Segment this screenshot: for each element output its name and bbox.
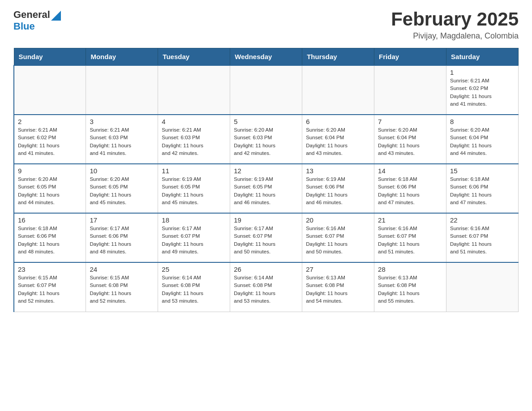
day-info: Sunrise: 6:21 AM Sunset: 6:03 PM Dayligh…	[162, 126, 226, 157]
logo-blue-text: Blue	[13, 21, 35, 32]
calendar-cell: 28Sunrise: 6:13 AM Sunset: 6:08 PM Dayli…	[374, 262, 446, 312]
day-number: 6	[306, 118, 370, 125]
calendar-cell: 22Sunrise: 6:16 AM Sunset: 6:07 PM Dayli…	[446, 213, 519, 262]
logo: General Blue	[13, 9, 61, 32]
day-number: 21	[378, 216, 442, 224]
calendar-cell	[230, 65, 302, 115]
day-info: Sunrise: 6:14 AM Sunset: 6:08 PM Dayligh…	[162, 274, 226, 305]
day-info: Sunrise: 6:21 AM Sunset: 6:02 PM Dayligh…	[18, 126, 82, 157]
header-right: February 2025 Pivijay, Magdalena, Colomb…	[391, 9, 519, 41]
calendar-week-row: 16Sunrise: 6:18 AM Sunset: 6:06 PM Dayli…	[14, 213, 519, 262]
day-info: Sunrise: 6:16 AM Sunset: 6:07 PM Dayligh…	[378, 225, 442, 256]
calendar-cell: 4Sunrise: 6:21 AM Sunset: 6:03 PM Daylig…	[158, 115, 230, 164]
day-number: 23	[18, 265, 82, 273]
day-number: 7	[378, 118, 442, 125]
calendar-cell: 3Sunrise: 6:21 AM Sunset: 6:03 PM Daylig…	[86, 115, 158, 164]
day-number: 25	[162, 265, 226, 273]
day-number: 11	[162, 167, 226, 175]
day-number: 1	[450, 68, 515, 76]
calendar-cell: 5Sunrise: 6:20 AM Sunset: 6:03 PM Daylig…	[230, 115, 302, 164]
logo-general-text: General	[13, 9, 50, 21]
day-info: Sunrise: 6:20 AM Sunset: 6:04 PM Dayligh…	[378, 126, 442, 157]
weekday-header-wednesday: Wednesday	[230, 48, 302, 66]
day-number: 26	[234, 265, 298, 273]
day-number: 9	[18, 167, 82, 175]
calendar-cell: 23Sunrise: 6:15 AM Sunset: 6:07 PM Dayli…	[14, 262, 86, 312]
calendar-cell	[302, 65, 374, 115]
calendar-cell: 12Sunrise: 6:19 AM Sunset: 6:05 PM Dayli…	[230, 164, 302, 213]
svg-marker-0	[51, 11, 61, 21]
weekday-header-saturday: Saturday	[446, 48, 519, 66]
weekday-header-tuesday: Tuesday	[158, 48, 230, 66]
calendar-cell: 19Sunrise: 6:17 AM Sunset: 6:07 PM Dayli…	[230, 213, 302, 262]
logo-arrow-icon	[51, 11, 61, 21]
day-number: 8	[450, 118, 515, 125]
day-info: Sunrise: 6:21 AM Sunset: 6:03 PM Dayligh…	[90, 126, 154, 157]
day-info: Sunrise: 6:21 AM Sunset: 6:02 PM Dayligh…	[450, 77, 515, 108]
calendar-cell: 17Sunrise: 6:17 AM Sunset: 6:06 PM Dayli…	[86, 213, 158, 262]
calendar-cell: 16Sunrise: 6:18 AM Sunset: 6:06 PM Dayli…	[14, 213, 86, 262]
day-number: 24	[90, 265, 154, 273]
day-number: 10	[90, 167, 154, 175]
calendar-cell: 10Sunrise: 6:20 AM Sunset: 6:05 PM Dayli…	[86, 164, 158, 213]
weekday-header-thursday: Thursday	[302, 48, 374, 66]
calendar-cell: 21Sunrise: 6:16 AM Sunset: 6:07 PM Dayli…	[374, 213, 446, 262]
day-number: 22	[450, 216, 515, 224]
day-info: Sunrise: 6:20 AM Sunset: 6:05 PM Dayligh…	[90, 176, 154, 206]
calendar-cell: 2Sunrise: 6:21 AM Sunset: 6:02 PM Daylig…	[14, 115, 86, 164]
day-number: 28	[378, 265, 442, 273]
day-info: Sunrise: 6:18 AM Sunset: 6:06 PM Dayligh…	[378, 176, 442, 206]
day-info: Sunrise: 6:15 AM Sunset: 6:08 PM Dayligh…	[90, 274, 154, 305]
calendar-cell: 6Sunrise: 6:20 AM Sunset: 6:04 PM Daylig…	[302, 115, 374, 164]
calendar-cell	[158, 65, 230, 115]
weekday-header-monday: Monday	[86, 48, 158, 66]
day-number: 13	[306, 167, 370, 175]
day-number: 27	[306, 265, 370, 273]
calendar-cell	[374, 65, 446, 115]
location-subtitle: Pivijay, Magdalena, Colombia	[391, 31, 519, 41]
day-number: 3	[90, 118, 154, 125]
month-title: February 2025	[391, 9, 519, 30]
day-number: 5	[234, 118, 298, 125]
day-info: Sunrise: 6:13 AM Sunset: 6:08 PM Dayligh…	[378, 274, 442, 305]
day-info: Sunrise: 6:17 AM Sunset: 6:07 PM Dayligh…	[234, 225, 298, 256]
calendar-cell: 15Sunrise: 6:18 AM Sunset: 6:06 PM Dayli…	[446, 164, 519, 213]
page-header: General Blue February 2025 Pivijay, Magd…	[13, 9, 519, 41]
day-number: 16	[18, 216, 82, 224]
day-number: 17	[90, 216, 154, 224]
calendar-cell	[446, 262, 519, 312]
day-number: 2	[18, 118, 82, 125]
day-info: Sunrise: 6:20 AM Sunset: 6:04 PM Dayligh…	[306, 126, 370, 157]
calendar-cell: 13Sunrise: 6:19 AM Sunset: 6:06 PM Dayli…	[302, 164, 374, 213]
day-number: 12	[234, 167, 298, 175]
calendar-cell	[14, 65, 86, 115]
day-info: Sunrise: 6:20 AM Sunset: 6:04 PM Dayligh…	[450, 126, 515, 157]
calendar-table: SundayMondayTuesdayWednesdayThursdayFrid…	[13, 48, 519, 312]
day-info: Sunrise: 6:20 AM Sunset: 6:05 PM Dayligh…	[18, 176, 82, 206]
day-info: Sunrise: 6:17 AM Sunset: 6:07 PM Dayligh…	[162, 225, 226, 256]
calendar-week-row: 2Sunrise: 6:21 AM Sunset: 6:02 PM Daylig…	[14, 115, 519, 164]
calendar-cell: 27Sunrise: 6:13 AM Sunset: 6:08 PM Dayli…	[302, 262, 374, 312]
weekday-header-sunday: Sunday	[14, 48, 86, 66]
calendar-cell: 24Sunrise: 6:15 AM Sunset: 6:08 PM Dayli…	[86, 262, 158, 312]
calendar-cell: 14Sunrise: 6:18 AM Sunset: 6:06 PM Dayli…	[374, 164, 446, 213]
day-info: Sunrise: 6:18 AM Sunset: 6:06 PM Dayligh…	[450, 176, 515, 206]
calendar-cell: 18Sunrise: 6:17 AM Sunset: 6:07 PM Dayli…	[158, 213, 230, 262]
day-info: Sunrise: 6:20 AM Sunset: 6:03 PM Dayligh…	[234, 126, 298, 157]
calendar-cell: 8Sunrise: 6:20 AM Sunset: 6:04 PM Daylig…	[446, 115, 519, 164]
calendar-week-row: 9Sunrise: 6:20 AM Sunset: 6:05 PM Daylig…	[14, 164, 519, 213]
day-info: Sunrise: 6:19 AM Sunset: 6:06 PM Dayligh…	[306, 176, 370, 206]
day-info: Sunrise: 6:13 AM Sunset: 6:08 PM Dayligh…	[306, 274, 370, 305]
day-info: Sunrise: 6:15 AM Sunset: 6:07 PM Dayligh…	[18, 274, 82, 305]
calendar-header-row: SundayMondayTuesdayWednesdayThursdayFrid…	[14, 48, 519, 66]
day-number: 15	[450, 167, 515, 175]
day-number: 14	[378, 167, 442, 175]
calendar-week-row: 23Sunrise: 6:15 AM Sunset: 6:07 PM Dayli…	[14, 262, 519, 312]
day-info: Sunrise: 6:19 AM Sunset: 6:05 PM Dayligh…	[162, 176, 226, 206]
calendar-cell: 9Sunrise: 6:20 AM Sunset: 6:05 PM Daylig…	[14, 164, 86, 213]
day-info: Sunrise: 6:17 AM Sunset: 6:06 PM Dayligh…	[90, 225, 154, 256]
weekday-header-friday: Friday	[374, 48, 446, 66]
day-info: Sunrise: 6:14 AM Sunset: 6:08 PM Dayligh…	[234, 274, 298, 305]
calendar-cell: 25Sunrise: 6:14 AM Sunset: 6:08 PM Dayli…	[158, 262, 230, 312]
calendar-cell: 7Sunrise: 6:20 AM Sunset: 6:04 PM Daylig…	[374, 115, 446, 164]
